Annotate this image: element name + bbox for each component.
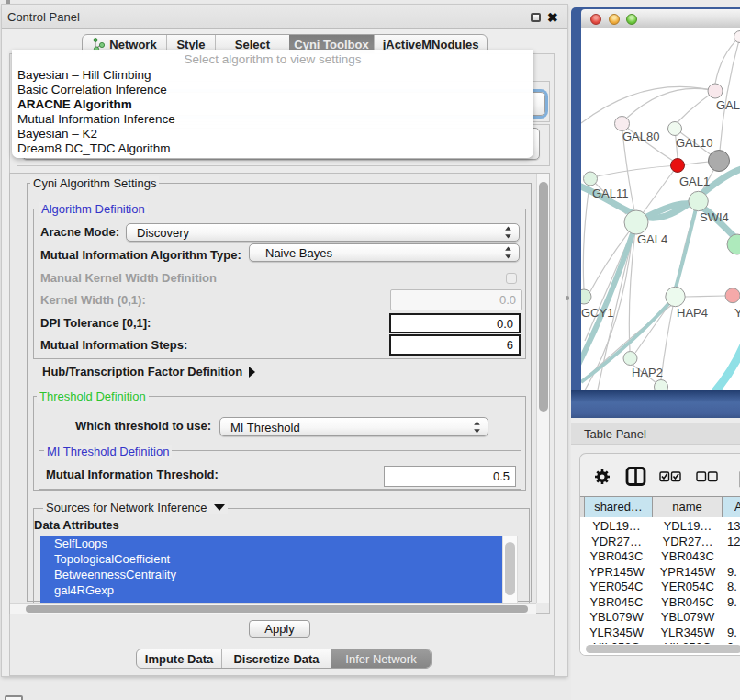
svg-text:GAL80: GAL80 <box>622 130 659 143</box>
svg-text:GAL1: GAL1 <box>679 175 710 188</box>
svg-text:GAL11: GAL11 <box>592 186 629 200</box>
svg-text:GAL10: GAL10 <box>676 136 712 150</box>
svg-text:GCY1: GCY1 <box>581 306 613 320</box>
svg-text:GAL2: GAL2 <box>716 98 740 112</box>
svg-text:HAP2: HAP2 <box>632 366 663 379</box>
svg-text:SWI4: SWI4 <box>700 210 729 224</box>
svg-text:Y: Y <box>734 306 740 320</box>
svg-text:GAL4: GAL4 <box>637 232 667 246</box>
svg-text:HAP4: HAP4 <box>677 306 708 320</box>
